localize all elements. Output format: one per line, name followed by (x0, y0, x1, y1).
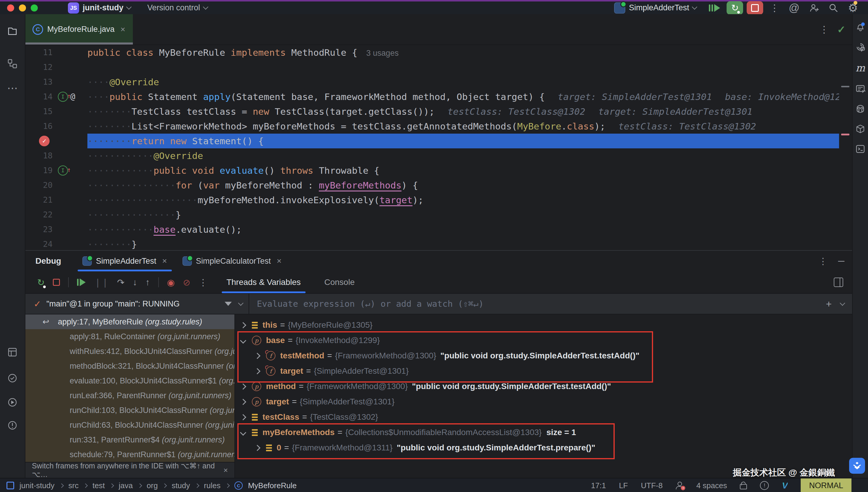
overrides-method-icon[interactable]: I (58, 166, 68, 175)
services-tool-button[interactable] (7, 347, 18, 358)
stack-frame-row[interactable]: run:331, ParentRunner$4 (org.junit.runne… (25, 433, 234, 447)
variable-row-testClass[interactable]: testClass={TestClass@1302} (235, 410, 852, 425)
more-actions-button[interactable]: ⋮ (770, 2, 779, 14)
stop-button[interactable] (53, 279, 60, 286)
variable-row-base[interactable]: pbase={InvokeMethod@1299} (235, 333, 852, 348)
stack-frame-row[interactable]: runLeaf:366, ParentRunner (org.junit.run… (25, 388, 234, 403)
tab-threads-and-variables[interactable]: Threads & Variables (217, 271, 310, 293)
editor-tab-mybeforerule[interactable]: C MyBeforeRule.java × (25, 14, 133, 45)
editor-gutter[interactable]: 14I@ (25, 89, 87, 104)
usages-hint[interactable]: 3 usages (367, 49, 399, 57)
editor-gutter[interactable]: 13 (25, 75, 87, 89)
breadcrumb-item-org[interactable]: org (147, 481, 158, 490)
toolbar-more-icon[interactable]: ⋮ (199, 277, 208, 288)
more-tools-icon[interactable]: ⋯ (7, 82, 18, 94)
uml-tool-button[interactable] (855, 124, 865, 134)
juejin-plugin-button[interactable] (849, 458, 865, 474)
add-watch-icon[interactable]: + (826, 298, 832, 310)
maven-tool-button[interactable]: m (855, 62, 865, 74)
breakpoint-icon[interactable]: ✓ (39, 136, 50, 146)
editor-gutter[interactable]: 24 (25, 237, 87, 250)
editor-gutter[interactable]: 22 (25, 207, 87, 222)
project-menu[interactable]: junit-study (83, 3, 131, 13)
thread-selector[interactable]: ✓ "main"@1 in group "main": RUNNING (25, 294, 249, 314)
step-over-button[interactable]: ↷ (117, 277, 124, 288)
close-icon[interactable]: × (224, 466, 228, 475)
run-tool-button[interactable] (7, 397, 18, 408)
close-tab-icon[interactable]: × (277, 256, 281, 266)
breadcrumb-item-rules[interactable]: rules (204, 481, 220, 490)
problems-tool-button[interactable] (7, 420, 18, 430)
evaluate-expression-bar[interactable]: Evaluate expression (↵) or add a watch (… (249, 294, 852, 314)
breadcrumb-item-junit-study[interactable]: junit-study (20, 481, 55, 490)
layout-settings-icon[interactable] (834, 277, 843, 287)
filter-funnel-icon[interactable] (225, 302, 232, 306)
stack-frame-row[interactable]: schedule:79, ParentRunner$1 (org.junit.r… (25, 447, 234, 462)
view-breakpoints-button[interactable]: ◉ (167, 277, 175, 288)
breadcrumb-item-src[interactable]: src (69, 481, 79, 490)
ai-assistant-button[interactable]: @ (789, 2, 799, 14)
chevron-collapsed-icon[interactable] (240, 383, 246, 389)
debug-tab-simplecalculatortest[interactable]: SimpleCalculatorTest × (175, 251, 289, 271)
chevron-collapsed-icon[interactable] (240, 322, 246, 328)
run-configuration-selector[interactable]: SimpleAdderTest (614, 2, 697, 14)
variable-row-myBeforeMethods[interactable]: myBeforeMethods={Collections$Unmodifiabl… (235, 425, 852, 440)
stack-frame-row[interactable]: runChild:103, BlockJUnit4ClassRunner (or… (25, 403, 234, 418)
editor-gutter[interactable]: ✓ (25, 133, 87, 148)
close-tab-icon[interactable]: × (120, 25, 125, 34)
editor-gutter[interactable]: 16 (25, 119, 87, 133)
line-separator-widget[interactable]: LF (619, 481, 628, 490)
editor-gutter[interactable]: 21 (25, 193, 87, 207)
stop-button[interactable] (747, 1, 763, 15)
unlock-icon[interactable] (740, 484, 747, 489)
breadcrumb-item-test[interactable]: test (92, 481, 105, 490)
caret-position-widget[interactable]: 17:1 (591, 481, 606, 490)
code-editor[interactable]: 11public class MyBeforeRule implements M… (25, 45, 852, 250)
tab-console[interactable]: Console (315, 271, 364, 293)
todo-tool-button[interactable] (7, 373, 18, 384)
editor-options-icon[interactable]: ⋮ (820, 24, 829, 35)
chevron-expanded-icon[interactable] (240, 429, 246, 435)
pause-button[interactable]: ❘❘ (94, 277, 109, 288)
editor-gutter[interactable]: 18 (25, 148, 87, 163)
editor-error-stripe[interactable] (839, 45, 852, 250)
stack-frame-row[interactable]: apply:81, RuleContainer (org.junit.runne… (25, 329, 234, 344)
stack-frame-row[interactable]: evaluate:100, BlockJUnit4ClassRunner$1 (… (25, 373, 234, 388)
chevron-collapsed-icon[interactable] (240, 414, 246, 420)
chevron-expanded-icon[interactable] (240, 337, 246, 343)
hide-panel-icon[interactable]: ─ (838, 256, 844, 266)
encoding-widget[interactable]: UTF-8 (641, 481, 663, 490)
editor-gutter[interactable]: 19I (25, 163, 87, 178)
resume-program-button[interactable] (709, 4, 720, 12)
terminal-tool-button[interactable] (855, 144, 865, 154)
chevron-down-icon[interactable] (238, 300, 243, 305)
resume-button[interactable] (77, 278, 86, 286)
inspections-hector-icon[interactable]: × (676, 482, 683, 489)
stack-frame-row[interactable]: runChild:63, BlockJUnit4ClassRunner (org… (25, 418, 234, 433)
debug-tab-simpleaddertest[interactable]: SimpleAdderTest × (75, 251, 174, 271)
chevron-collapsed-icon[interactable] (240, 398, 246, 405)
step-into-button[interactable]: ↓ (133, 277, 137, 287)
ai-chat-button[interactable] (855, 42, 865, 52)
variable-row-method[interactable]: pmethod={FrameworkMethod@1300}"public vo… (235, 379, 852, 394)
close-tab-icon[interactable]: × (162, 256, 167, 266)
breadcrumb-item-MyBeforeRule[interactable]: MyBeforeRule (248, 481, 297, 490)
variable-row-testMethod[interactable]: ftestMethod={FrameworkMethod@1300}"publi… (235, 348, 852, 363)
settings-button[interactable]: ⚙ (848, 1, 858, 15)
copilot-tool-button[interactable] (855, 104, 865, 114)
breadcrumb-item-study[interactable]: study (171, 481, 190, 490)
project-tool-button[interactable] (7, 26, 18, 36)
stack-frame-row[interactable]: methodBlock:321, BlockJUnit4ClassRunner … (25, 359, 234, 373)
variable-row-this[interactable]: this={MyBeforeRule@1305} (235, 317, 852, 333)
variable-row-target[interactable]: ptarget={SimpleAdderTest@1301} (235, 394, 852, 410)
macos-close-button[interactable] (7, 4, 14, 11)
variable-row-0[interactable]: 0={FrameworkMethod@1311}"public void org… (235, 440, 852, 456)
chevron-collapsed-icon[interactable] (254, 368, 260, 374)
notifications-button[interactable] (855, 22, 865, 32)
macos-minimize-button[interactable] (19, 4, 26, 11)
chevron-collapsed-icon[interactable] (254, 352, 260, 359)
notifications-status-icon[interactable]: ! (760, 481, 769, 490)
restart-debug-button[interactable]: ↻ (727, 1, 743, 15)
ideavim-icon[interactable]: V (782, 481, 788, 491)
mute-breakpoints-button[interactable]: ⊘ (183, 277, 190, 288)
